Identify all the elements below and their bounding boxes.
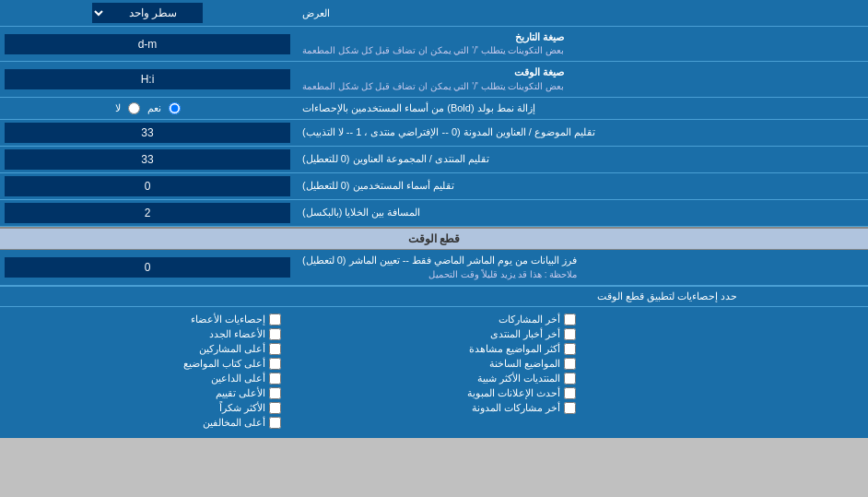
checkbox-akhir-akhbar[interactable] xyxy=(564,328,576,340)
checkbox-item: أخر أخبار المنتدى xyxy=(309,328,576,340)
bold-remove-no-radio[interactable] xyxy=(128,102,140,114)
checkboxes-section: حدد إحصاءيات لتطبيق قطع الوقت أخر المشار… xyxy=(0,286,868,438)
date-format-row: صيغة التاريخ بعض التكوينات يتطلب '/' الت… xyxy=(0,27,868,62)
forum-trim-input[interactable] xyxy=(5,149,290,170)
checkbox-item: المواضيع الساخنة xyxy=(309,358,576,370)
checkbox-item: المنتديات الأكثر شبية xyxy=(309,373,576,385)
cut-time-note: ملاحظة : هذا قد يزيد قليلاً وقت التحميل xyxy=(302,268,577,281)
date-format-main-label: صيغة التاريخ xyxy=(302,30,564,44)
checkbox-item: أعلى المشاركين xyxy=(14,343,281,355)
time-format-input-container xyxy=(0,62,295,96)
cut-time-main-label: فرز البيانات من يوم الماشر الماضي فقط --… xyxy=(302,254,577,267)
checkboxes-header-spacer xyxy=(0,287,590,306)
checkbox-a3da2-jodod[interactable] xyxy=(269,328,281,340)
checkbox-item: أعلى المخالفين xyxy=(14,417,281,429)
checkbox-item: أخر مشاركات المدونة xyxy=(309,402,576,414)
date-format-label: صيغة التاريخ بعض التكوينات يتطلب '/' الت… xyxy=(295,27,868,61)
time-format-label: صيغة الوقت بعض التكوينات يتطلب '/' التي … xyxy=(295,62,868,96)
checkbox-a3la-taqyeem[interactable] xyxy=(269,387,281,399)
display-type-select[interactable]: سطر واحد سطرين ثلاثة أسطر xyxy=(92,3,203,23)
checkbox-item: إحصاءيات الأعضاء xyxy=(14,314,281,325)
username-trim-input[interactable] xyxy=(5,176,290,196)
cut-section-header: قطع الوقت xyxy=(0,227,868,250)
bold-remove-radio-group: نعم لا xyxy=(115,102,181,114)
checkbox-item: أعلى الداعين xyxy=(14,373,281,385)
forum-trim-input-container xyxy=(0,147,295,172)
checkboxes-header-label: حدد إحصاءيات لتطبيق قطع الوقت xyxy=(590,287,868,306)
display-type-label: العرض xyxy=(295,0,868,26)
cell-spacing-label: المسافة بين الخلايا (بالبكسل) xyxy=(295,200,868,226)
checkbox-mawadee3-sakha[interactable] xyxy=(564,358,576,370)
checkbox-item: أخر المشاركات xyxy=(309,314,576,325)
checkbox-akthar-mawadee3[interactable] xyxy=(564,343,576,355)
time-format-row: صيغة الوقت بعض التكوينات يتطلب '/' التي … xyxy=(0,62,868,97)
checkbox-item: الأكثر شكراً xyxy=(14,402,281,414)
checkbox-item: الأعضاء الجدد xyxy=(14,328,281,340)
display-type-input-container: سطر واحد سطرين ثلاثة أسطر xyxy=(0,0,295,26)
checkbox-a3la-da3in[interactable] xyxy=(269,373,281,385)
checkbox-item: أكثر المواضيع مشاهدة xyxy=(309,343,576,355)
cell-spacing-input-container xyxy=(0,200,295,226)
bold-remove-input-container: نعم لا xyxy=(0,98,295,119)
cut-time-input-container xyxy=(0,250,295,284)
topic-limit-row: تقليم الموضوع / العناوين المدونة (0 -- ا… xyxy=(0,120,868,147)
date-format-input[interactable] xyxy=(5,34,290,54)
username-trim-input-container xyxy=(0,173,295,199)
main-container: العرض سطر واحد سطرين ثلاثة أسطر صيغة الت… xyxy=(0,0,868,438)
checkbox-a7dath-i3lanat[interactable] xyxy=(564,387,576,399)
checkbox-akhir-blog[interactable] xyxy=(564,402,576,414)
time-format-main-label: صيغة الوقت xyxy=(302,65,564,79)
checkbox-item: الأعلى تقييم xyxy=(14,387,281,399)
checkboxes-grid: أخر المشاركات أخر أخبار المنتدى أكثر الم… xyxy=(0,307,868,438)
date-format-input-container xyxy=(0,27,295,61)
forum-trim-label: تقليم المنتدى / المجموعة العناوين (0 للت… xyxy=(295,147,868,172)
bold-remove-no-label: لا xyxy=(115,102,121,114)
checkbox-col-2: إحصاءيات الأعضاء الأعضاء الجدد أعلى المش… xyxy=(0,312,295,433)
cut-time-row: فرز البيانات من يوم الماشر الماضي فقط --… xyxy=(0,250,868,285)
checkbox-item: أعلى كتاب المواضيع xyxy=(14,358,281,370)
bold-remove-row: إزالة نمط بولد (Bold) من أسماء المستخدمي… xyxy=(0,98,868,120)
bold-remove-label: إزالة نمط بولد (Bold) من أسماء المستخدمي… xyxy=(295,98,868,119)
checkbox-akhir-musharakat[interactable] xyxy=(564,314,576,325)
checkbox-i7saat-a3da2[interactable] xyxy=(269,314,281,325)
display-type-row: العرض سطر واحد سطرين ثلاثة أسطر xyxy=(0,0,868,27)
time-format-input[interactable] xyxy=(5,69,290,89)
time-format-note: بعض التكوينات يتطلب '/' التي يمكن ان تضا… xyxy=(302,80,564,93)
checkbox-a3la-kotab[interactable] xyxy=(269,358,281,370)
cell-spacing-input[interactable] xyxy=(5,203,290,223)
checkbox-a3la-mukhalafin[interactable] xyxy=(269,417,281,429)
topic-limit-label: تقليم الموضوع / العناوين المدونة (0 -- ا… xyxy=(295,120,868,146)
checkboxes-label-spacer xyxy=(590,312,868,433)
forum-trim-row: تقليم المنتدى / المجموعة العناوين (0 للت… xyxy=(0,147,868,173)
bold-remove-yes-label: نعم xyxy=(147,102,161,114)
cell-spacing-row: المسافة بين الخلايا (بالبكسل) xyxy=(0,200,868,227)
checkboxes-header-row: حدد إحصاءيات لتطبيق قطع الوقت xyxy=(0,287,868,307)
date-format-note: بعض التكوينات يتطلب '/' التي يمكن ان تضا… xyxy=(302,44,564,57)
checkbox-a3la-musharkin[interactable] xyxy=(269,343,281,355)
bold-remove-yes-radio[interactable] xyxy=(169,102,181,114)
checkbox-montadayat-akthar[interactable] xyxy=(564,373,576,385)
username-trim-label: تقليم أسماء المستخدمين (0 للتعطيل) xyxy=(295,173,868,199)
cut-time-input[interactable] xyxy=(5,257,290,278)
topic-limit-input[interactable] xyxy=(5,123,290,143)
checkbox-item: أحدث الإعلانات المبوية xyxy=(309,387,576,399)
cut-time-label: فرز البيانات من يوم الماشر الماضي فقط --… xyxy=(295,250,868,284)
checkbox-akthar-shokr[interactable] xyxy=(269,402,281,414)
checkbox-col-1: أخر المشاركات أخر أخبار المنتدى أكثر الم… xyxy=(295,312,590,433)
topic-limit-input-container xyxy=(0,120,295,146)
username-trim-row: تقليم أسماء المستخدمين (0 للتعطيل) xyxy=(0,173,868,200)
